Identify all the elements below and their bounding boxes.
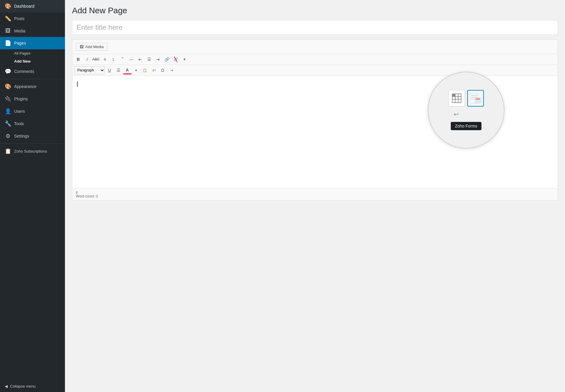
sidebar-label-dashboard: Dashboard	[14, 4, 35, 9]
sidebar-item-appearance[interactable]: 🎨 Appearance	[0, 80, 65, 93]
word-count-value: 0	[96, 194, 98, 198]
sidebar-label-tools: Tools	[14, 121, 24, 126]
sidebar-divider-2	[0, 143, 65, 144]
settings-icon: ⚙	[5, 133, 11, 139]
sidebar-item-media[interactable]: 🖼 Media	[0, 25, 65, 37]
add-media-icon: 🖼	[80, 45, 84, 49]
insert-table-button[interactable]	[448, 90, 465, 107]
toolbar-row1: B I ABC ≡ 1. " — ⇤ ☰ ⇥ 🔗 🔗╲ ▼	[72, 54, 558, 65]
dashboard-icon: 🎨	[5, 3, 11, 9]
svg-rect-7	[471, 95, 477, 96]
page-title: Add New Page	[72, 6, 558, 15]
underline-button[interactable]: U	[105, 66, 114, 74]
toolbar-row2: Paragraph Heading 1 Heading 2 Heading 3 …	[72, 65, 558, 76]
sidebar-item-pages[interactable]: 📄 Pages ◀	[0, 37, 65, 49]
zoho-forms-icon	[470, 93, 481, 104]
font-color-dropdown-button[interactable]: ▼	[132, 66, 140, 74]
indent-button[interactable]: ⇥	[167, 66, 176, 74]
zoho-subscriptions-icon: 📋	[5, 148, 11, 154]
pages-icon: 📄	[5, 40, 11, 46]
sidebar-item-comments[interactable]: 💬 Comments	[0, 65, 65, 78]
sidebar-item-posts[interactable]: ✏️ Posts	[0, 12, 65, 25]
chevron-right-icon: ◀	[58, 41, 60, 45]
zoom-icons-row	[448, 90, 484, 107]
media-icon: 🖼	[5, 28, 11, 34]
insert-link-button[interactable]: 🔗	[163, 55, 171, 63]
align-right-button[interactable]: ⇥	[154, 55, 162, 63]
more-toolbar-button[interactable]: ▼	[180, 55, 189, 63]
word-count-label: Word count:	[76, 194, 95, 198]
editor-tag: p	[76, 190, 78, 194]
zoho-forms-zoom-overlay: ↩ Zoho Forms	[428, 72, 504, 148]
main-content: Add New Page 🖼 Add Media B I ABC ≡ 1. " …	[65, 0, 565, 392]
sidebar-label-comments: Comments	[14, 69, 34, 74]
strikethrough-button[interactable]: ABC	[92, 55, 100, 63]
sidebar: 🎨 Dashboard ✏️ Posts 🖼 Media 📄 Pages ◀ A…	[0, 0, 65, 392]
editor-footer: p Word count: 0	[72, 188, 558, 200]
justify-button[interactable]: ☰	[114, 66, 123, 74]
special-chars-button[interactable]: Ω	[159, 66, 167, 74]
editor-cursor	[77, 81, 78, 87]
table-icon	[451, 93, 462, 104]
sidebar-sub-all-pages[interactable]: All Pages	[0, 49, 65, 57]
users-icon: 👤	[5, 108, 11, 115]
add-media-label: Add Media	[85, 45, 104, 49]
page-title-input[interactable]	[72, 20, 558, 35]
pages-submenu: All Pages Add New	[0, 49, 65, 65]
sidebar-label-zoho-subscriptions: Zoho Subscriptions	[14, 149, 47, 153]
editor-container: 🖼 Add Media B I ABC ≡ 1. " — ⇤ ☰ ⇥ 🔗 🔗╲ …	[72, 40, 558, 200]
svg-rect-5	[452, 94, 455, 97]
sidebar-label-appearance: Appearance	[14, 84, 37, 89]
add-media-bar: 🖼 Add Media	[72, 40, 558, 54]
undo-button[interactable]: ↩	[451, 110, 461, 119]
sidebar-label-settings: Settings	[14, 134, 29, 138]
zoom-content: ↩ Zoho Forms	[448, 90, 484, 130]
comments-icon: 💬	[5, 68, 11, 75]
sidebar-item-users[interactable]: 👤 Users	[0, 105, 65, 117]
sidebar-sub-add-new[interactable]: Add New	[0, 57, 65, 65]
zoho-forms-button[interactable]	[467, 90, 484, 107]
bold-button[interactable]: B	[74, 55, 82, 63]
align-center-button[interactable]: ☰	[145, 55, 153, 63]
clear-formatting-button[interactable]: 🏷	[150, 66, 158, 74]
blockquote-button[interactable]: "	[118, 55, 127, 63]
align-left-button[interactable]: ⇤	[136, 55, 144, 63]
sidebar-label-media: Media	[14, 29, 25, 33]
collapse-menu-label: Collapse menu	[10, 384, 36, 388]
sidebar-label-users: Users	[14, 109, 25, 114]
unordered-list-button[interactable]: ≡	[101, 55, 109, 63]
sidebar-item-tools[interactable]: 🔧 Tools	[0, 117, 65, 130]
collapse-icon: ◀	[5, 384, 8, 388]
unlink-button[interactable]: 🔗╲	[172, 55, 180, 63]
sidebar-label-posts: Posts	[14, 16, 25, 21]
sidebar-item-dashboard[interactable]: 🎨 Dashboard	[0, 0, 65, 12]
sidebar-label-pages: Pages	[14, 41, 26, 45]
sidebar-label-plugins: Plugins	[14, 97, 28, 101]
ordered-list-button[interactable]: 1.	[110, 55, 118, 63]
paragraph-format-select[interactable]: Paragraph Heading 1 Heading 2 Heading 3 …	[74, 66, 105, 74]
sidebar-item-plugins[interactable]: 🔌 Plugins	[0, 93, 65, 105]
zoho-forms-tooltip: Zoho Forms	[451, 122, 481, 130]
horizontal-rule-button[interactable]: —	[127, 55, 135, 63]
sidebar-item-settings[interactable]: ⚙ Settings	[0, 130, 65, 142]
sidebar-divider	[0, 79, 65, 79]
font-color-button[interactable]: A	[123, 66, 131, 74]
appearance-icon: 🎨	[5, 83, 11, 90]
italic-button[interactable]: I	[83, 55, 91, 63]
plugins-icon: 🔌	[5, 96, 11, 102]
svg-rect-9	[471, 99, 475, 99]
collapse-menu-button[interactable]: ◀ Collapse menu	[0, 380, 65, 392]
tools-icon: 🔧	[5, 120, 11, 127]
posts-icon: ✏️	[5, 15, 11, 22]
add-media-button[interactable]: 🖼 Add Media	[76, 43, 107, 51]
svg-rect-11	[476, 99, 480, 99]
paste-as-text-button[interactable]: 📋	[141, 66, 149, 74]
sidebar-item-zoho-subscriptions[interactable]: 📋 Zoho Subscriptions	[0, 145, 65, 157]
svg-rect-12	[476, 100, 479, 101]
